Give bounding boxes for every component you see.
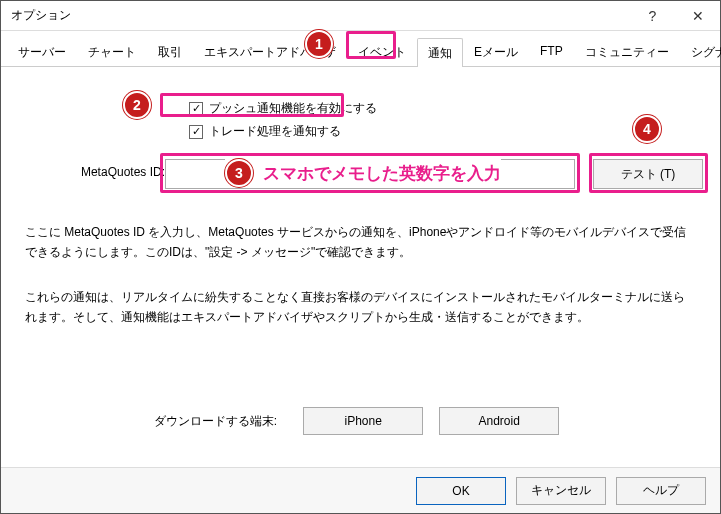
close-icon[interactable]: ✕ — [675, 1, 720, 31]
tab-email[interactable]: Eメール — [463, 37, 529, 66]
annotation-callout-2: 2 — [123, 91, 151, 119]
annotation-note-3: 3 スマホでメモした英数字を入力 — [225, 159, 501, 187]
tab-content: ✓ プッシュ通知機能を有効にする ✓ トレード処理を通知する MetaQuote… — [1, 67, 720, 467]
titlebar: オプション ? ✕ — [1, 1, 720, 31]
help-button[interactable]: ヘルプ — [616, 477, 706, 505]
tab-chart[interactable]: チャート — [77, 37, 147, 66]
help-icon[interactable]: ? — [630, 1, 675, 31]
push-enable-label: プッシュ通知機能を有効にする — [209, 100, 377, 117]
tab-notification[interactable]: 通知 — [417, 38, 463, 67]
cancel-button[interactable]: キャンセル — [516, 477, 606, 505]
tab-community[interactable]: コミュニティー — [574, 37, 680, 66]
window-title: オプション — [11, 7, 630, 24]
trade-notify-label: トレード処理を通知する — [209, 123, 341, 140]
description-2: これらの通知は、リアルタイムに紛失することなく直接お客様のデバイスにインストール… — [25, 287, 696, 328]
annotation-callout-3: 3 — [225, 159, 253, 187]
download-iphone-button[interactable]: iPhone — [303, 407, 423, 435]
tab-server[interactable]: サーバー — [7, 37, 77, 66]
test-button[interactable]: テスト (T) — [593, 159, 703, 189]
ok-button[interactable]: OK — [416, 477, 506, 505]
annotation-callout-1: 1 — [305, 30, 333, 58]
download-row: ダウンロードする端末: iPhone Android — [1, 407, 720, 435]
download-android-button[interactable]: Android — [439, 407, 559, 435]
tab-ftp[interactable]: FTP — [529, 37, 574, 66]
tab-signal[interactable]: シグナル — [680, 37, 721, 66]
annotation-callout-4: 4 — [633, 115, 661, 143]
description-1: ここに MetaQuotes ID を入力し、MetaQuotes サービスから… — [25, 222, 696, 263]
metaquotes-id-label: MetaQuotes ID: — [69, 165, 165, 179]
trade-notify-checkbox[interactable]: ✓ — [189, 125, 203, 139]
push-enable-checkbox[interactable]: ✓ — [189, 102, 203, 116]
tab-event[interactable]: イベント — [347, 37, 417, 66]
tab-trade[interactable]: 取引 — [147, 37, 193, 66]
annotation-note-3-text: スマホでメモした英数字を入力 — [263, 162, 501, 185]
dialog-footer: OK キャンセル ヘルプ — [1, 467, 720, 513]
options-window: オプション ? ✕ サーバー チャート 取引 エキスパートアドバイザ イベント … — [0, 0, 721, 514]
download-label: ダウンロードする端末: — [154, 413, 277, 430]
trade-notify-row: ✓ トレード処理を通知する — [25, 120, 696, 143]
tab-bar: サーバー チャート 取引 エキスパートアドバイザ イベント 通知 Eメール FT… — [1, 31, 720, 67]
